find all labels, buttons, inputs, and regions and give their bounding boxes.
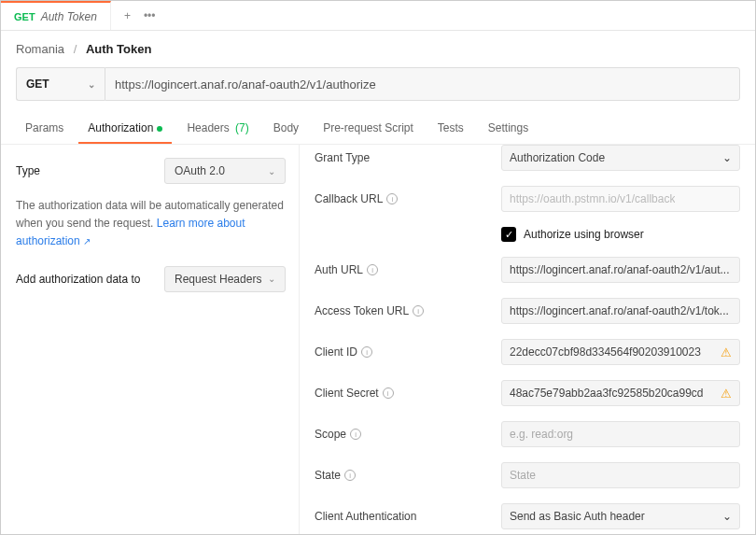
postman-window: GET Auth Token + ••• Romania / Auth Toke… (0, 0, 756, 535)
tab-method: GET (14, 11, 35, 22)
client-secret-input[interactable]: 48ac75e79abb2aa3fc92585b20ca99cd ⚠ (501, 380, 740, 406)
auth-url-input[interactable]: https://logincert.anaf.ro/anaf-oauth2/v1… (501, 257, 740, 283)
request-subtabs: Params Authorization Headers (7) Body Pr… (1, 114, 755, 145)
breadcrumb-current: Auth Token (86, 42, 152, 56)
active-dot-icon (157, 126, 162, 132)
token-url-input[interactable]: https://logincert.anaf.ro/anaf-oauth2/v1… (501, 298, 740, 324)
info-icon[interactable]: i (350, 429, 361, 440)
tab-prerequest[interactable]: Pre-request Script (314, 114, 423, 144)
client-auth-select[interactable]: Send as Basic Auth header ⌄ (501, 503, 740, 529)
authorize-browser-checkbox[interactable]: ✓ (501, 227, 516, 242)
grant-type-select[interactable]: Authorization Code ⌄ (501, 145, 740, 171)
request-url-row: GET ⌄ https://logincert.anaf.ro/anaf-oau… (16, 67, 740, 101)
add-data-to-label: Add authorization data to (16, 273, 140, 286)
warning-icon[interactable]: ⚠ (721, 387, 732, 401)
info-icon[interactable]: i (383, 387, 394, 399)
type-label: Type (16, 164, 40, 177)
add-data-to-select[interactable]: Request Headers ⌄ (164, 266, 286, 292)
auth-type-value: OAuth 2.0 (175, 164, 225, 177)
chevron-down-icon: ⌄ (268, 274, 275, 284)
auth-help-text: The authorization data will be automatic… (16, 197, 286, 251)
authorize-browser-row[interactable]: ✓ Authorize using browser (501, 227, 740, 242)
client-auth-label: Client Authentication (315, 510, 501, 523)
info-icon[interactable]: i (413, 305, 424, 317)
client-secret-label: Client Secreti (315, 387, 501, 400)
scope-input[interactable]: e.g. read:org (501, 421, 740, 447)
tab-headers[interactable]: Headers (7) (177, 114, 258, 144)
info-icon[interactable]: i (344, 470, 356, 481)
grant-type-label: Grant Type (315, 151, 501, 164)
request-tab[interactable]: GET Auth Token (1, 1, 111, 30)
callback-url-input: https://oauth.pstmn.io/v1/callback (501, 186, 740, 212)
new-tab-icon[interactable]: + (124, 9, 131, 22)
auth-right-column: Grant Type Authorization Code ⌄ Callback… (300, 145, 755, 534)
tab-body[interactable]: Body (264, 114, 308, 144)
chevron-down-icon: ⌄ (88, 79, 95, 90)
add-data-to-value: Request Headers (175, 273, 261, 286)
authorize-browser-label: Authorize using browser (524, 228, 644, 241)
client-id-label: Client IDi (315, 345, 501, 359)
auth-type-select[interactable]: OAuth 2.0 ⌄ (164, 158, 286, 184)
state-label: Statei (315, 469, 501, 482)
chevron-down-icon: ⌄ (268, 166, 275, 176)
info-icon[interactable]: i (386, 193, 398, 204)
url-input[interactable]: https://logincert.anaf.ro/anaf-oauth2/v1… (105, 67, 740, 101)
http-method-select[interactable]: GET ⌄ (16, 67, 105, 101)
external-link-icon: ↗ (83, 236, 91, 246)
tab-actions: + ••• (111, 9, 156, 22)
tab-title: Auth Token (41, 10, 97, 23)
tab-tests[interactable]: Tests (428, 114, 473, 144)
info-icon[interactable]: i (367, 264, 378, 275)
url-value: https://logincert.anaf.ro/anaf-oauth2/v1… (115, 77, 376, 92)
auth-url-label: Auth URLi (315, 263, 501, 276)
callback-url-label: Callback URLi (315, 192, 501, 205)
chevron-down-icon: ⌄ (722, 510, 732, 523)
auth-content: Type OAuth 2.0 ⌄ The authorization data … (1, 145, 755, 534)
http-method-value: GET (26, 77, 49, 91)
info-icon[interactable]: i (361, 346, 372, 358)
token-url-label: Access Token URLi (315, 304, 501, 317)
breadcrumb-separator: / (74, 42, 77, 56)
client-id-input[interactable]: 22decc07cbf98d334564f90203910023 ⚠ (501, 339, 740, 365)
breadcrumb: Romania / Auth Token (1, 31, 755, 67)
breadcrumb-workspace[interactable]: Romania (16, 42, 64, 56)
tab-bar: GET Auth Token + ••• (1, 1, 755, 31)
warning-icon[interactable]: ⚠ (721, 345, 732, 359)
more-tabs-icon[interactable]: ••• (144, 9, 156, 22)
tab-params[interactable]: Params (16, 114, 73, 144)
tab-authorization[interactable]: Authorization (78, 114, 172, 144)
scope-label: Scopei (315, 428, 501, 441)
auth-left-column: Type OAuth 2.0 ⌄ The authorization data … (1, 145, 300, 534)
tab-settings[interactable]: Settings (479, 114, 538, 144)
state-input[interactable]: State (501, 462, 740, 488)
chevron-down-icon: ⌄ (722, 151, 732, 164)
